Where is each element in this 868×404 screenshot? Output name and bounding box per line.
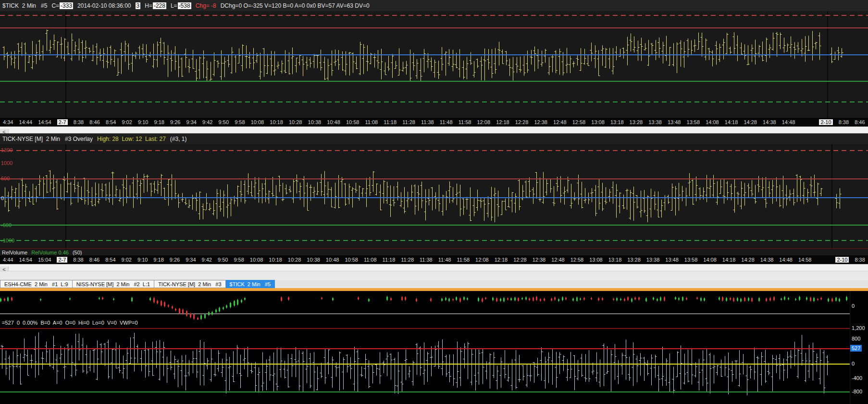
time-label: 10:08 bbox=[251, 119, 264, 125]
chart2-title: TICK-NYSE [M] 2 Min #3 Overlay bbox=[2, 136, 93, 142]
time-label: 13:28 bbox=[627, 257, 641, 263]
time-label: 8:46 bbox=[89, 257, 99, 263]
time-label: 12:18 bbox=[495, 257, 508, 263]
time-label: 15:04 bbox=[38, 257, 51, 263]
time-label: 12:08 bbox=[475, 257, 489, 263]
close-label: C= bbox=[51, 2, 59, 9]
time-label: 13:48 bbox=[668, 119, 681, 125]
time-label: 13:48 bbox=[665, 257, 679, 263]
time-label: 13:58 bbox=[687, 119, 700, 125]
time-label: 8:38 bbox=[74, 119, 84, 125]
chart1-bar-box: 3 bbox=[136, 2, 141, 9]
time-label: 14:48 bbox=[782, 119, 795, 125]
time-label: 11:48 bbox=[440, 119, 453, 125]
upper-red-line bbox=[0, 27, 868, 28]
chart1-close: C=-333 bbox=[51, 2, 73, 9]
subgraph-separator-line bbox=[0, 248, 868, 249]
tab-label: NISS-NYSE [M] 2 Min #2 L:1 bbox=[76, 281, 150, 287]
tab-label: TICK-NYSE [M] 2 Min #3 bbox=[158, 281, 221, 287]
chart2-area[interactable]: 1300 1000 600 0 -600 -1000 bbox=[0, 144, 868, 249]
time-label: 11:18 bbox=[383, 257, 396, 263]
last-price-red-line bbox=[0, 348, 850, 349]
chart1-area[interactable] bbox=[0, 11, 868, 118]
time-label: 14:54 bbox=[19, 257, 32, 263]
low-value: -538 bbox=[178, 2, 191, 9]
time-label: 8:54 bbox=[105, 257, 115, 263]
chart-panel-bottom[interactable]: =527 0 0.00% B=0 A=0 O=0 Hi=0 Lo=0 V=0 V… bbox=[0, 291, 868, 404]
chart-tab-bar: ESH4-CME 2 Min #1 L:9 NISS-NYSE [M] 2 Mi… bbox=[0, 280, 868, 288]
upper-red-line bbox=[0, 178, 868, 179]
bottom-price-axis: 0 1,200 800 527 0 -400 -800 bbox=[850, 291, 868, 404]
chart2-suffix: (#3, 1) bbox=[170, 136, 187, 142]
lower-dashed-green-line bbox=[0, 240, 868, 241]
zero-yellow-line bbox=[0, 364, 850, 365]
time-label: 10:18 bbox=[269, 257, 282, 263]
time-label: 12:58 bbox=[572, 119, 586, 125]
time-label: 11:58 bbox=[459, 119, 471, 125]
time-label: 10:38 bbox=[308, 119, 322, 125]
time-label: 12:48 bbox=[553, 119, 567, 125]
axis-label-m800: -800 bbox=[852, 389, 862, 394]
window-gap bbox=[0, 271, 868, 280]
chart1-time-axis: 4:3414:4414:542-78:388:468:549:029:109:1… bbox=[0, 118, 868, 126]
chart2-scrollbar[interactable]: < bbox=[0, 264, 868, 271]
tab-niss-nyse[interactable]: NISS-NYSE [M] 2 Min #2 L:1 bbox=[73, 280, 154, 288]
time-label: 9:34 bbox=[186, 257, 196, 263]
time-label: 8:38 bbox=[73, 257, 83, 263]
time-label: 10:58 bbox=[345, 257, 358, 263]
chart1-change: Chg= -8 bbox=[196, 2, 216, 9]
time-label: 14:54 bbox=[38, 119, 51, 125]
lower-green-line bbox=[0, 81, 868, 82]
level-1200-line bbox=[0, 328, 850, 329]
time-label: 12:48 bbox=[551, 257, 565, 263]
tab-tick-active[interactable]: $TICK 2 Min #5 bbox=[226, 280, 275, 288]
time-label: 14:28 bbox=[741, 257, 755, 263]
time-label: 10:48 bbox=[327, 119, 340, 125]
time-label: 13:58 bbox=[684, 257, 698, 263]
time-label: 9:58 bbox=[234, 257, 244, 263]
time-label: 9:42 bbox=[202, 119, 212, 125]
axis-label-800: 800 bbox=[852, 336, 860, 341]
time-label: 9:34 bbox=[186, 119, 197, 125]
time-label: 14:18 bbox=[722, 257, 736, 263]
time-label: 8:38 bbox=[855, 257, 865, 263]
time-label: 10:28 bbox=[289, 119, 302, 125]
chart1-scrollbar[interactable]: < bbox=[0, 126, 868, 133]
session-date-label: 2-7 bbox=[57, 119, 68, 125]
time-label: 14:48 bbox=[779, 257, 793, 263]
chart2-bars-canvas[interactable] bbox=[0, 144, 868, 249]
chart1-header: $TICK 2 Min #5 C=-333 2014-02-10 08:36:0… bbox=[0, 0, 868, 11]
time-label: 14:58 bbox=[798, 257, 812, 263]
mini-candles-canvas[interactable] bbox=[0, 291, 850, 320]
tick-bars-canvas[interactable] bbox=[0, 329, 850, 404]
y-label-1300: 1300 bbox=[1, 147, 12, 153]
time-label: 12:28 bbox=[515, 119, 529, 125]
time-label: 13:18 bbox=[610, 119, 624, 125]
time-label: 14:38 bbox=[760, 257, 774, 263]
time-label: 11:48 bbox=[438, 257, 451, 263]
last-value-box: 527 bbox=[850, 345, 862, 352]
time-label: 13:18 bbox=[608, 257, 622, 263]
tab-tick-nyse[interactable]: TICK-NYSE [M] 2 Min #3 bbox=[154, 280, 225, 288]
time-label: 11:28 bbox=[401, 257, 414, 263]
axis-label-m400: -400 bbox=[852, 375, 862, 381]
axis-label-1200: 1,200 bbox=[852, 325, 865, 331]
chart2-high-low-last: High: 28 Low: 12 Last: 27 bbox=[97, 136, 166, 142]
chart2-header: TICK-NYSE [M] 2 Min #3 Overlay High: 28 … bbox=[0, 133, 868, 144]
time-label: 12:18 bbox=[496, 119, 509, 125]
time-label: 14:08 bbox=[706, 119, 719, 125]
time-label: 14:38 bbox=[763, 119, 776, 125]
time-label: 14:18 bbox=[725, 119, 738, 125]
y-label-0: 0 bbox=[1, 195, 4, 201]
time-label: 13:38 bbox=[648, 119, 662, 125]
time-label: 14:28 bbox=[744, 119, 757, 125]
time-label: 11:08 bbox=[365, 119, 378, 125]
tab-label: $TICK 2 Min #5 bbox=[230, 281, 271, 287]
upper-dashed-red-line bbox=[0, 15, 868, 16]
time-label: 9:42 bbox=[202, 257, 212, 263]
time-label: 10:18 bbox=[270, 119, 283, 125]
time-label: 9:02 bbox=[122, 119, 132, 125]
chart-panel-tick5: $TICK 2 Min #5 C=-333 2014-02-10 08:36:0… bbox=[0, 0, 868, 133]
time-label: 12:28 bbox=[513, 257, 527, 263]
tab-esh4-cme[interactable]: ESH4-CME 2 Min #1 L:9 bbox=[0, 280, 73, 288]
